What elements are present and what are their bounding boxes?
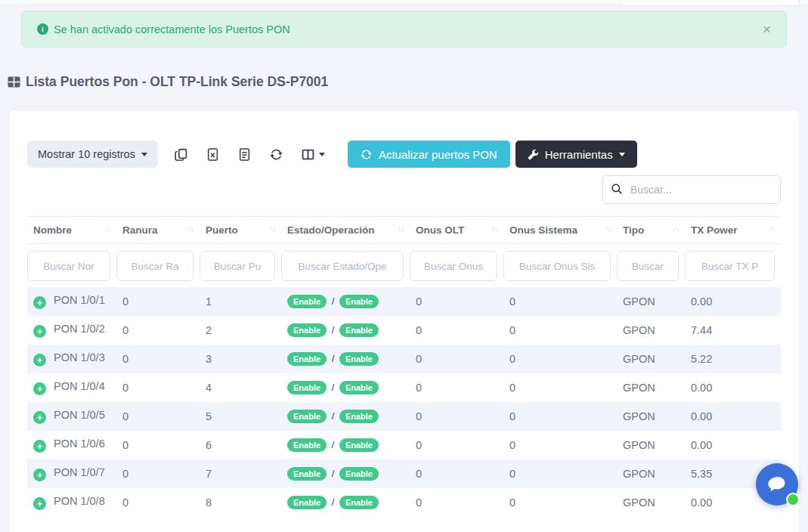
alert-close-icon[interactable]: × <box>763 22 771 36</box>
cell-ranura: 0 <box>116 402 200 431</box>
cell-onus-sistema: 0 <box>503 345 617 373</box>
cell-estado-operacion: Enable / Enable <box>281 402 410 431</box>
update-pon-ports-button[interactable]: Actualizar puertos PON <box>348 141 510 168</box>
column-visibility-dropdown[interactable] <box>302 148 325 161</box>
expand-row-icon[interactable]: + <box>33 497 46 510</box>
page-title-text: Lista Puertos Pon - OLT TP-Link Serie DS… <box>26 74 328 90</box>
export-excel-icon[interactable] <box>206 148 219 161</box>
cell-tipo: GPON <box>617 345 685 373</box>
column-label: Onus OLT <box>416 224 464 236</box>
filter-input-tipo[interactable] <box>617 251 679 281</box>
cell-puerto: 4 <box>200 373 281 402</box>
estado-separator: / <box>329 439 337 450</box>
filter-cell <box>685 244 781 288</box>
filter-cell <box>410 244 503 288</box>
column-header-tipo[interactable]: Tipo↑↓ <box>617 217 685 244</box>
admin-state-badge: Enable <box>287 381 327 394</box>
filter-cell <box>200 244 281 288</box>
chevron-down-icon <box>141 153 147 156</box>
table-row: +PON 1/0/808Enable / Enable00GPON0.00 <box>27 488 781 517</box>
filter-cell <box>503 244 617 288</box>
admin-state-badge: Enable <box>287 467 327 481</box>
cell-nombre: +PON 1/0/2 <box>27 316 116 345</box>
port-name: PON 1/0/6 <box>54 438 105 450</box>
cell-nombre: +PON 1/0/8 <box>27 488 116 517</box>
expand-row-icon[interactable]: + <box>33 296 46 309</box>
filter-cell <box>281 244 410 288</box>
column-header-onus-sistema[interactable]: Onus Sistema↑↓ <box>503 217 617 244</box>
oper-state-badge: Enable <box>339 323 379 337</box>
cell-ranura: 0 <box>116 431 200 459</box>
cell-puerto: 5 <box>200 402 281 431</box>
tools-dropdown-button[interactable]: Herramientas <box>515 141 637 168</box>
pon-ports-table: Nombre↑↓Ranura↑↓Puerto↑↓Estado/Operación… <box>27 216 781 517</box>
refresh-icon[interactable] <box>270 148 283 161</box>
columns-icon <box>302 148 314 161</box>
cell-tx-power: 0.00 <box>685 402 781 431</box>
column-label: Nombre <box>33 224 72 236</box>
refresh-icon <box>361 149 372 160</box>
column-label: TX Power <box>691 224 738 236</box>
copy-icon[interactable] <box>175 148 187 161</box>
filter-input-onus-olt[interactable] <box>410 251 497 281</box>
cell-onus-sistema: 0 <box>503 287 617 316</box>
expand-row-icon[interactable]: + <box>33 411 46 424</box>
page-title: Lista Puertos Pon - OLT TP-Link Serie DS… <box>8 74 328 90</box>
expand-row-icon[interactable]: + <box>33 382 46 395</box>
success-alert: i Se han activado correctamente los Puer… <box>21 11 787 48</box>
cell-nombre: +PON 1/0/5 <box>27 402 116 431</box>
search-box <box>602 175 781 204</box>
cell-puerto: 3 <box>200 345 281 373</box>
column-header-nombre[interactable]: Nombre↑↓ <box>27 217 116 244</box>
filter-input-puerto[interactable] <box>200 251 275 281</box>
export-file-icon[interactable] <box>238 148 251 161</box>
port-name: PON 1/0/8 <box>54 495 105 507</box>
cell-tipo: GPON <box>617 402 685 431</box>
estado-separator: / <box>329 324 337 336</box>
column-label: Onus Sistema <box>509 224 577 236</box>
column-header-puerto[interactable]: Puerto↑↓ <box>200 217 281 244</box>
cell-nombre: +PON 1/0/7 <box>27 459 116 488</box>
sort-icons: ↑↓ <box>398 224 404 233</box>
filter-input-tx-power[interactable] <box>685 251 775 281</box>
cell-onus-olt: 0 <box>410 316 503 345</box>
cell-onus-olt: 0 <box>410 373 503 402</box>
admin-state-badge: Enable <box>287 496 327 509</box>
cell-nombre: +PON 1/0/6 <box>27 431 116 459</box>
export-icon-group <box>175 148 325 161</box>
expand-row-icon[interactable]: + <box>33 325 46 338</box>
sort-icons: ↑↓ <box>605 224 611 233</box>
filter-input-ranura[interactable] <box>116 251 193 281</box>
column-header-ranura[interactable]: Ranura↑↓ <box>116 217 200 244</box>
chat-widget-button[interactable] <box>756 463 798 506</box>
cell-tipo: GPON <box>617 316 685 345</box>
alert-message: Se han activado correctamente los Puerto… <box>54 23 290 36</box>
expand-row-icon[interactable]: + <box>33 354 46 367</box>
filter-input-estado-operaci-n[interactable] <box>281 251 404 281</box>
cell-ranura: 0 <box>116 459 200 488</box>
cell-nombre: +PON 1/0/4 <box>27 373 116 402</box>
estado-separator: / <box>329 468 337 479</box>
estado-separator: / <box>329 353 337 364</box>
update-pon-ports-label: Actualizar puertos PON <box>379 148 497 161</box>
estado-separator: / <box>329 496 337 508</box>
filter-cell <box>617 244 685 288</box>
oper-state-badge: Enable <box>339 410 379 423</box>
column-header-tx-power[interactable]: TX Power↑↓ <box>685 217 781 244</box>
estado-separator: / <box>329 410 337 422</box>
filter-input-nombre[interactable] <box>27 251 110 281</box>
column-header-onus-olt[interactable]: Onus OLT↑↓ <box>410 217 503 244</box>
expand-row-icon[interactable]: + <box>33 440 46 453</box>
port-name: PON 1/0/5 <box>54 409 105 421</box>
show-entries-dropdown[interactable]: Mostrar 10 registros <box>27 141 158 168</box>
cell-tipo: GPON <box>617 431 685 459</box>
filter-input-onus-sistema[interactable] <box>503 251 611 281</box>
oper-state-badge: Enable <box>339 352 379 366</box>
info-icon: i <box>37 23 48 35</box>
expand-row-icon[interactable]: + <box>33 469 46 481</box>
sort-icons: ↑↓ <box>187 224 193 233</box>
estado-separator: / <box>329 382 337 393</box>
search-input[interactable] <box>602 175 781 204</box>
column-header-estado-operaci-n[interactable]: Estado/Operación↑↓ <box>281 217 410 244</box>
cell-tipo: GPON <box>617 459 685 488</box>
